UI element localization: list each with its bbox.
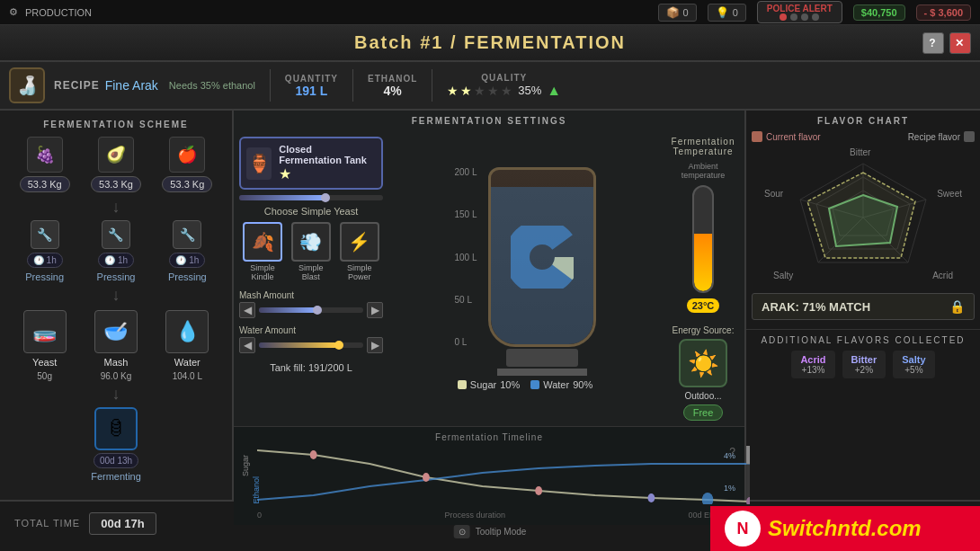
fermenter-container: 200 L 150 L 100 L 50 L 0 L bbox=[454, 167, 595, 376]
mash-control-label: Mash Amount bbox=[239, 290, 383, 300]
yeast-blast-label: Simple Blast bbox=[290, 263, 332, 281]
time-badge-2: 🕐 1h bbox=[169, 253, 205, 268]
tank-fill-prefix: Tank fill: bbox=[270, 362, 306, 373]
arrow-down-1: ↓ bbox=[9, 198, 223, 217]
yeast-power-btn[interactable]: ⚡ bbox=[340, 222, 379, 262]
yeast-label: Yeast bbox=[32, 357, 57, 368]
quantity-group: QUANTITY 191 L bbox=[285, 74, 338, 98]
yeast-icon: 🧫 bbox=[23, 310, 67, 353]
legend-row: Sugar 10% Water 90% bbox=[458, 379, 592, 390]
ingredient-amount-1: 53.3 Kg bbox=[91, 176, 141, 192]
thermometer bbox=[692, 185, 714, 293]
tank-img: 🏺 bbox=[246, 147, 272, 180]
tl-sugar-label: Sugar bbox=[241, 455, 250, 476]
tank-info: Closed Fermentation Tank ★ bbox=[279, 144, 376, 182]
clock-icon-2: 🕐 bbox=[175, 255, 186, 265]
match-bar: ARAK: 71% MATCH 🔒 bbox=[752, 293, 975, 320]
sugar-label: Sugar bbox=[470, 379, 496, 390]
star-5: ★ bbox=[501, 84, 512, 98]
sour-label: Sour bbox=[764, 189, 783, 199]
yeast-option-2: ⚡ Simple Power bbox=[335, 222, 383, 281]
tank-slider-thumb bbox=[321, 193, 330, 202]
mash-increase-btn[interactable]: ▶ bbox=[367, 302, 383, 318]
process-icon-0: 🔧 bbox=[31, 220, 59, 249]
clock-icon-0: 🕐 bbox=[33, 255, 44, 265]
scale-50: 50 L bbox=[454, 295, 477, 305]
svg-point-5 bbox=[647, 493, 655, 502]
current-flavor-legend: Current flavor bbox=[752, 131, 821, 142]
ethanol-group: ETHANOL 4% bbox=[368, 74, 417, 98]
water-control-row: Water Amount ◀ ▶ bbox=[239, 325, 383, 353]
tl-process-label: Process duration bbox=[444, 511, 505, 520]
ingredient-icon-0: 🍇 bbox=[27, 137, 63, 173]
recipe-name: Fine Arak bbox=[105, 78, 158, 93]
mash-decrease-btn[interactable]: ◀ bbox=[239, 302, 255, 318]
water-slider: ◀ ▶ bbox=[239, 337, 383, 353]
timeline-title: Fermentation Timeline bbox=[243, 432, 735, 442]
fermenter-leg bbox=[497, 369, 587, 376]
acrid-label: Acrid bbox=[932, 271, 953, 280]
recipe-label: RECIPE bbox=[54, 79, 100, 92]
water-decrease-btn[interactable]: ◀ bbox=[239, 337, 255, 353]
match-text: ARAK: 71% MATCH bbox=[762, 300, 870, 314]
ferment-output: 🛢 00d 13h Fermenting bbox=[9, 407, 223, 482]
time-badge-1: 🕐 1h bbox=[98, 253, 134, 268]
quality-pct: 35% bbox=[518, 84, 541, 97]
tooltip-icon: ⊙ bbox=[454, 525, 470, 538]
tank-selected[interactable]: 🏺 Closed Fermentation Tank ★ bbox=[239, 137, 383, 190]
mash-amount: 96.0 Kg bbox=[101, 371, 131, 381]
police-alert: POLICE ALERT bbox=[757, 1, 842, 23]
salty-label: Salty bbox=[773, 271, 793, 280]
water-dot bbox=[530, 380, 539, 389]
mash-slider-track[interactable] bbox=[259, 307, 363, 313]
window-title-bar: Batch #1 / FERMENTATION ? ✕ bbox=[0, 25, 980, 62]
af-pct-acrid: +13% bbox=[802, 365, 825, 375]
water-increase-btn[interactable]: ▶ bbox=[367, 337, 383, 353]
water-fill-pct: 90% bbox=[573, 379, 592, 390]
time-value-1: 1h bbox=[118, 255, 128, 265]
mash-icon: 🥣 bbox=[94, 310, 138, 353]
tl-pct-bottom: 1% bbox=[724, 484, 735, 493]
energy-name: Outdoo... bbox=[684, 391, 721, 401]
tank-slider-track[interactable] bbox=[239, 195, 383, 200]
star-1: ★ bbox=[447, 84, 459, 98]
energy-cost: Free bbox=[683, 404, 724, 421]
close-button[interactable]: ✕ bbox=[949, 32, 971, 54]
af-name-acrid: Acrid bbox=[800, 354, 825, 365]
mash-water-controls: Mash Amount ◀ ▶ Water Amount bbox=[239, 290, 383, 353]
process-label-2: Pressing bbox=[168, 271, 207, 282]
domain-text: .com bbox=[871, 516, 922, 540]
recipe-icon: 🍶 bbox=[9, 67, 45, 103]
svg-rect-9 bbox=[746, 446, 750, 464]
ingredient-col-0: 🍇 53.3 Kg bbox=[20, 137, 70, 192]
help-button[interactable]: ? bbox=[922, 32, 944, 54]
fermenter-body-wrapper bbox=[488, 167, 596, 376]
money-badge: $40,750 bbox=[853, 4, 905, 21]
recipe-flavor-dot bbox=[964, 131, 975, 142]
water-slider-thumb bbox=[334, 341, 343, 350]
fermenter-visual: 200 L 150 L 100 L 50 L 0 L bbox=[390, 137, 660, 421]
mash-label: Mash bbox=[104, 357, 129, 368]
ethanol-value: 4% bbox=[384, 84, 402, 98]
scheme-title: FERMENTATION SCHEME bbox=[9, 120, 223, 129]
nintendo-logo-text: N bbox=[737, 520, 749, 538]
yeast-blast-btn[interactable]: 💨 bbox=[291, 222, 331, 262]
police-dot-3 bbox=[801, 13, 808, 21]
tank-name: Closed Fermentation Tank bbox=[279, 144, 376, 165]
ingredient-amount-2: 53.3 Kg bbox=[162, 176, 212, 192]
af-item-salty: Salty +5% bbox=[893, 351, 934, 378]
yeast-kindle-btn[interactable]: 🍂 bbox=[243, 222, 282, 262]
current-flavor-label: Current flavor bbox=[766, 132, 821, 142]
production-label: PRODUCTION bbox=[25, 7, 92, 18]
ferment-time: 00d 13h bbox=[94, 453, 138, 468]
water-slider-track[interactable] bbox=[259, 342, 363, 348]
scheme-ingredients: 🍇 53.3 Kg 🥑 53.3 Kg 🍎 53.3 Kg bbox=[9, 137, 223, 192]
time-value-0: 1h bbox=[47, 255, 57, 265]
police-dots bbox=[780, 13, 819, 21]
scale-0: 0 L bbox=[454, 337, 477, 347]
fermenter-stand bbox=[506, 349, 578, 367]
radar-svg bbox=[764, 146, 962, 289]
ferment-barrel-icon: 🛢 bbox=[94, 407, 138, 450]
top-bar: ⚙ PRODUCTION 📦 0 💡 0 POLICE ALERT $40,75… bbox=[0, 0, 980, 25]
af-item-acrid: Acrid +13% bbox=[791, 351, 834, 378]
